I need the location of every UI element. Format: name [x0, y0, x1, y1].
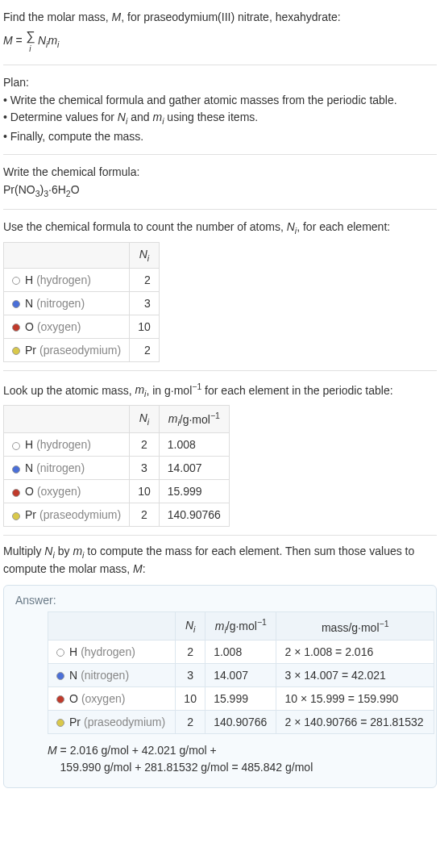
multiply-text: Multiply Ni by mi to compute the mass fo… — [3, 540, 437, 582]
mass-heading: Look up the atomic mass, mi, in g·mol−1 … — [3, 381, 437, 400]
count-value: 10 — [130, 480, 160, 503]
table-row: N(nitrogen)314.0073 × 14.007 = 42.021 — [48, 663, 434, 686]
sigma-glyph: ∑ — [26, 27, 35, 45]
element-name: (praseodymium) — [84, 716, 165, 728]
cf-4: ·6H — [48, 183, 66, 196]
element-swatch-icon — [56, 695, 64, 703]
element-swatch-icon — [12, 277, 20, 285]
element-cell: N(nitrogen) — [4, 457, 130, 480]
mass-value: 140.90766 — [159, 503, 229, 527]
element-symbol: Pr — [25, 508, 36, 521]
element-swatch-icon — [12, 465, 20, 474]
final-line2: 159.990 g/mol + 281.81532 g/mol = 485.84… — [60, 761, 313, 774]
table-row: N(nitrogen)3 — [4, 291, 160, 315]
mass-table: Ni mi/g·mol−1 H(hydrogen)21.008 N(nitrog… — [3, 405, 230, 527]
table-row: Pr(praseodymium)2140.90766 — [4, 503, 230, 527]
element-name: (nitrogen) — [81, 669, 129, 682]
answer-label: Answer: — [15, 594, 425, 607]
mult-mi: mi — [73, 545, 84, 557]
plan-b2-a: • Determine values for — [3, 111, 118, 123]
answer-box: Answer: Ni mi/g·mol−1 mass/g·mol−1 H(hyd… — [3, 585, 437, 787]
eq-equals: = — [13, 34, 26, 47]
element-symbol: Pr — [69, 716, 81, 728]
count-value: 2 — [130, 338, 160, 361]
plan-section: Plan: • Write the chemical formula and g… — [3, 70, 437, 155]
element-cell: N(nitrogen) — [4, 291, 130, 315]
element-name: (praseodymium) — [39, 508, 121, 521]
element-symbol: H — [69, 645, 77, 658]
mass-m: m — [135, 383, 144, 396]
element-symbol: N — [69, 669, 77, 682]
mass-value: 14.007 — [205, 663, 276, 686]
element-name: (hydrogen) — [36, 273, 91, 286]
mass-section: Look up the atomic mass, mi, in g·mol−1 … — [3, 376, 437, 536]
element-cell: N(nitrogen) — [48, 663, 176, 686]
table-row: H(hydrogen)21.0082 × 1.008 = 2.016 — [48, 640, 434, 663]
mass-value: 14.007 — [159, 457, 229, 480]
count-value: 10 — [130, 315, 160, 338]
plan-bullet-2: • Determine values for Ni and mi using t… — [3, 110, 437, 127]
element-swatch-icon — [12, 512, 20, 520]
element-name: (nitrogen) — [36, 297, 85, 310]
element-symbol: H — [25, 438, 33, 451]
th-empty — [4, 242, 130, 268]
sigma-symbol: ∑i — [26, 27, 35, 55]
th-m-unit-sup: −1 — [210, 411, 220, 420]
th-N-sub: i — [147, 253, 149, 263]
th-mass: mass/g·mol−1 — [276, 612, 434, 640]
final-M: M — [48, 744, 57, 757]
th-Ni: Ni — [176, 612, 205, 640]
plan-Ni: Ni — [118, 111, 127, 123]
calc-value: 2 × 140.90766 = 281.81532 — [276, 710, 434, 733]
element-name: (oxygen) — [37, 320, 81, 333]
element-cell: O(oxygen) — [4, 315, 130, 338]
element-cell: H(hydrogen) — [4, 433, 130, 457]
mass-value: 1.008 — [205, 640, 276, 663]
intro-text-b: , for praseodymium(III) nitrate, hexahyd… — [121, 10, 340, 23]
mult-Ni: Ni — [44, 545, 54, 557]
count-value: 2 — [130, 503, 160, 527]
cf-6: O — [71, 183, 80, 196]
ath-m: m — [215, 620, 225, 632]
answer-table: Ni mi/g·mol−1 mass/g·mol−1 H(hydrogen)21… — [48, 611, 434, 733]
element-symbol: O — [25, 485, 34, 498]
element-swatch-icon — [12, 347, 20, 355]
ath-mass-a: mass/g·mol — [322, 620, 380, 633]
element-swatch-icon — [12, 323, 20, 332]
mult-M: M — [133, 562, 143, 575]
th-N: N — [139, 248, 147, 261]
table-row: Pr(praseodymium)2 — [4, 338, 160, 361]
ath-mass-sup: −1 — [380, 619, 389, 628]
count-value: 2 — [130, 433, 160, 457]
molar-mass-equation: M = ∑i Nimi — [3, 27, 437, 55]
eq-m: m — [48, 34, 57, 47]
th-mi: mi/g·mol−1 — [205, 612, 276, 640]
element-swatch-icon — [56, 719, 64, 727]
table-row: H(hydrogen)2 — [4, 268, 160, 291]
mult-d: : — [143, 562, 146, 575]
element-cell: Pr(praseodymium) — [4, 338, 130, 361]
element-cell: O(oxygen) — [48, 686, 176, 710]
mass-mi: mi — [135, 383, 146, 396]
chemical-formula: Pr(NO3)3·6H2O — [3, 182, 437, 199]
count-h-b: , for each element: — [297, 220, 390, 233]
element-swatch-icon — [12, 489, 20, 497]
ath-m-unit: /g·mol — [226, 620, 257, 632]
th-m-unit: /g·mol — [180, 412, 210, 425]
count-Ni: Ni — [287, 220, 297, 233]
mass-h-a: Look up the atomic mass, — [3, 383, 135, 396]
mult-a: Multiply — [3, 545, 44, 557]
formula-section: Write the chemical formula: Pr(NO3)3·6H2… — [3, 160, 437, 210]
table-row: Pr(praseodymium)2140.907662 × 140.90766 … — [48, 710, 434, 733]
th-N2: N — [139, 411, 147, 424]
element-name: (hydrogen) — [81, 645, 135, 658]
plan-b2-c: using these items. — [164, 111, 258, 123]
sigma-index: i — [26, 44, 35, 55]
mult-m: m — [73, 545, 82, 557]
th-empty — [48, 612, 176, 640]
element-symbol: N — [25, 461, 33, 474]
element-symbol: O — [69, 692, 78, 705]
count-value: 3 — [176, 663, 205, 686]
element-name: (oxygen) — [81, 692, 125, 705]
element-symbol: H — [25, 273, 33, 286]
